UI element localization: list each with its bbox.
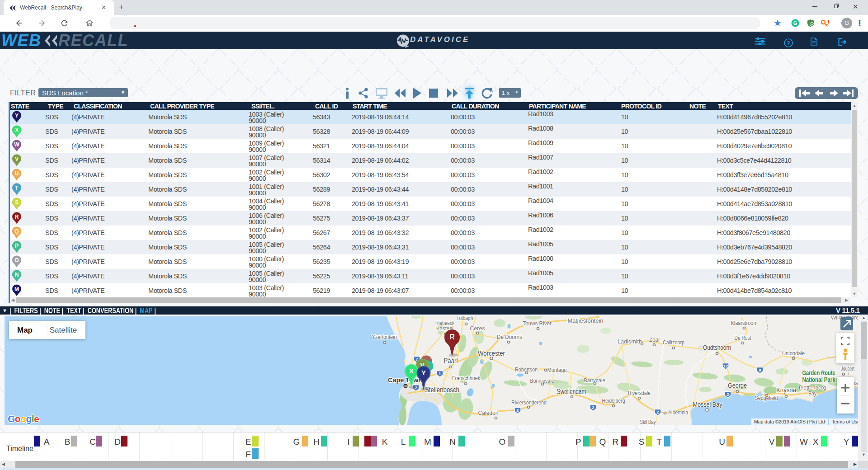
svg-text:Plettenberg: Plettenberg <box>799 385 826 391</box>
svg-text:Stellenbosch: Stellenbosch <box>425 386 459 394</box>
svg-text:1: 1 <box>439 371 441 376</box>
svg-text:12: 12 <box>723 363 728 368</box>
svg-text:R: R <box>15 214 19 220</box>
svg-text:X: X <box>409 367 414 375</box>
svg-text:Knysna: Knysna <box>776 386 797 394</box>
svg-text:O: O <box>14 257 19 263</box>
svg-text:Terms of Use: Terms of Use <box>832 419 859 424</box>
svg-text:Joubert: Joubert <box>841 366 854 372</box>
svg-text:Riversdale: Riversdale <box>628 390 651 396</box>
svg-text:N: N <box>15 272 19 278</box>
svg-text:De Rust: De Rust <box>735 335 752 341</box>
svg-text:?: ? <box>787 40 790 47</box>
svg-text:Y: Y <box>15 113 19 119</box>
svg-text:S: S <box>15 199 19 206</box>
svg-text:Calitzdorp: Calitzdorp <box>663 339 684 346</box>
svg-text:Uniondale: Uniondale <box>782 350 805 357</box>
svg-text:Google: Google <box>8 414 39 424</box>
svg-text:T: T <box>15 185 19 191</box>
svg-text:X: X <box>15 127 19 133</box>
svg-text:Zoar: Zoar <box>649 337 660 343</box>
svg-text:Tulbagh: Tulbagh <box>457 316 473 321</box>
svg-text:Y: Y <box>421 369 426 376</box>
svg-text:Garden Route: Garden Route <box>802 369 835 376</box>
svg-text:2: 2 <box>516 408 519 413</box>
svg-text:Cape Town: Cape Town <box>388 376 422 384</box>
svg-text:Klaarstroom: Klaarstroom <box>731 320 758 326</box>
svg-text:De Doorns: De Doorns <box>497 334 522 340</box>
svg-text:P: P <box>15 243 19 249</box>
svg-text:U: U <box>15 170 19 177</box>
svg-text:9: 9 <box>759 367 761 372</box>
svg-text:Heidelberg: Heidelberg <box>602 398 625 404</box>
svg-text:Paarl: Paarl <box>444 357 458 365</box>
svg-text:Albertinia: Albertinia <box>668 409 688 416</box>
svg-text:V: V <box>15 156 19 162</box>
svg-text:Caledon: Caledon <box>478 410 499 416</box>
svg-text:Satellite: Satellite <box>50 326 77 334</box>
svg-text:Ceres: Ceres <box>470 325 485 332</box>
svg-text:Matjiesfontein: Matjiesfontein <box>568 318 604 324</box>
svg-text:DATAVOICE: DATAVOICE <box>410 35 470 44</box>
svg-text:Worcester: Worcester <box>478 350 505 357</box>
svg-text:G: G <box>793 20 797 26</box>
svg-text:R: R <box>449 333 455 341</box>
svg-text:Mossel Bay: Mossel Bay <box>693 400 722 408</box>
svg-text:Oudtshoorn: Oudtshoorn <box>703 344 731 351</box>
svg-text:2: 2 <box>656 409 659 414</box>
svg-text:2: 2 <box>592 405 594 410</box>
svg-text:Franschhoek: Franschhoek <box>452 375 481 381</box>
svg-text:Swellendam: Swellendam <box>557 388 586 395</box>
svg-text:W: W <box>14 141 19 148</box>
svg-text:2: 2 <box>726 392 729 397</box>
svg-text:Yzerfontein: Yzerfontein <box>372 334 397 340</box>
svg-text:Q: Q <box>14 228 19 235</box>
svg-text:Still Bay: Still Bay <box>640 419 656 425</box>
svg-text:Map data ©2019 AfriGIS (Pty) L: Map data ©2019 AfriGIS (Pty) Ltd <box>754 419 825 424</box>
svg-text:National Park: National Park <box>802 376 835 383</box>
svg-text:Riviersonderend: Riviersonderend <box>511 400 547 406</box>
svg-text:Touws River: Touws River <box>523 320 552 327</box>
svg-text:M: M <box>14 286 19 292</box>
svg-text:George: George <box>728 382 747 389</box>
svg-text:Bay: Bay <box>808 390 816 397</box>
svg-text:Map: Map <box>17 326 33 334</box>
svg-text:Ladismith: Ladismith <box>618 338 642 345</box>
svg-text:Montagu: Montagu <box>547 367 567 373</box>
